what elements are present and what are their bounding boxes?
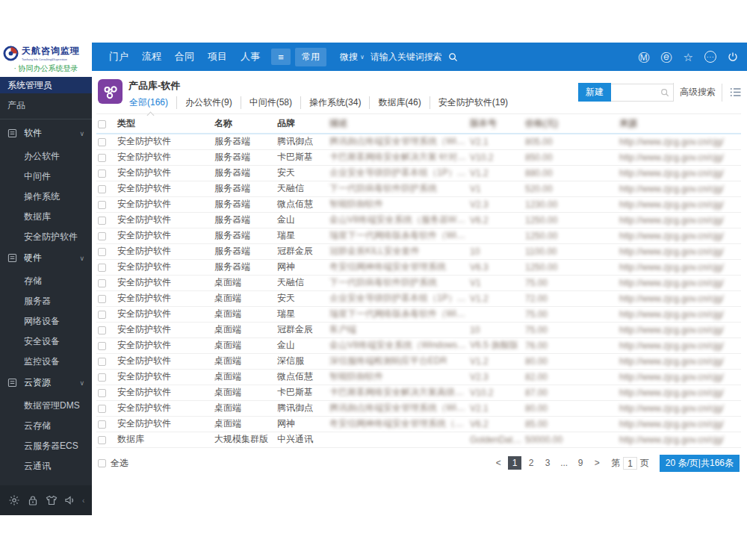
row-checkbox[interactable]	[98, 279, 106, 287]
next-page-button[interactable]: >	[590, 456, 604, 470]
row-checkbox[interactable]	[98, 169, 106, 178]
category-tab[interactable]: 办公软件(9)	[177, 96, 241, 109]
table-row[interactable]: 安全防护软件服务器端天融信下一代防病毒软件防护系统V1520.00http://…	[96, 181, 741, 196]
sidebar-item[interactable]: 云通讯	[0, 455, 92, 475]
table-row[interactable]: 安全防护软件服务器端瑞星瑞星下一代网络版杀毒软件（Windows版·服务器端）1…	[96, 228, 741, 243]
category-tab[interactable]: 安全防护软件(19)	[430, 96, 516, 109]
row-checkbox[interactable]	[98, 232, 106, 240]
category-tab[interactable]: 全部(166)	[128, 96, 177, 109]
sidebar-item[interactable]: 数据管理DMS	[0, 394, 92, 414]
row-checkbox[interactable]	[98, 342, 106, 350]
nav-item[interactable]: 流程	[142, 50, 161, 63]
prev-page-button[interactable]: <	[492, 456, 505, 470]
row-checkbox[interactable]	[98, 154, 106, 162]
sidebar-item[interactable]: 监控设备	[0, 350, 92, 370]
row-checkbox[interactable]	[98, 201, 106, 209]
search-icon[interactable]	[660, 88, 669, 97]
row-checkbox[interactable]	[98, 217, 106, 225]
sidebar-item[interactable]: 安全设备	[0, 330, 92, 350]
list-view-toggle-icon[interactable]	[730, 87, 741, 97]
sidebar-item[interactable]: 网络设备	[0, 310, 92, 330]
sidebar-item[interactable]: 存储	[0, 270, 92, 290]
row-checkbox[interactable]	[98, 138, 106, 146]
page-button[interactable]: 1	[508, 456, 521, 470]
table-row[interactable]: 安全防护软件桌面端微点佰慧智能防御软件V2.382.00http://www.z…	[96, 369, 741, 385]
page-button[interactable]: 9	[574, 456, 587, 470]
oa-login-link[interactable]: · 协同办公系统登录	[3, 63, 89, 74]
sidebar-item[interactable]: 操作系统	[0, 185, 92, 205]
row-checkbox[interactable]	[98, 248, 106, 256]
sidebar-item[interactable]: 服务器	[0, 290, 92, 310]
nav-menu-hamburger-icon[interactable]: ≡	[271, 49, 291, 65]
table-row[interactable]: 安全防护软件服务器端网神奇安信网神终端安全管理系统V6.31250.00http…	[96, 259, 741, 275]
nav-item[interactable]: 人事	[241, 50, 260, 63]
table-row[interactable]: 安全防护软件服务器端冠群金辰冠群金辰KILL安全套件101100.00http:…	[96, 243, 741, 259]
row-checkbox[interactable]	[98, 185, 106, 193]
table-row[interactable]: 安全防护软件服务器端卡巴斯基卡巴斯基网络安全解决方案 针对虚拟和云环境 CPU授…	[96, 149, 741, 165]
jump-page-input[interactable]: 1	[623, 457, 637, 470]
search-icon[interactable]	[448, 52, 458, 62]
category-tab[interactable]: 数据库(46)	[370, 96, 430, 109]
lock-icon[interactable]	[26, 494, 40, 507]
row-checkbox[interactable]	[98, 264, 106, 272]
sidebar-group-header[interactable]: 云资源∨	[0, 370, 92, 394]
row-checkbox[interactable]	[98, 295, 106, 303]
sidebar-item[interactable]: 数据库	[0, 205, 92, 225]
sidebar-item[interactable]: 中间件	[0, 165, 92, 185]
global-search-input[interactable]	[371, 52, 448, 62]
table-row[interactable]: 安全防护软件服务器端腾讯御点腾讯御点终端安全管理系统（Windows版）V2.1…	[96, 134, 741, 149]
advanced-search-button[interactable]: 高级搜索	[673, 83, 722, 102]
favorites-star-icon[interactable]: ☆	[684, 52, 693, 63]
message-e-icon[interactable]: ⓔ	[661, 52, 672, 63]
sidebar-group-header[interactable]: 软件∨	[0, 121, 92, 145]
page-button[interactable]: ...	[557, 456, 571, 470]
sidebar-item[interactable]: 云存储	[0, 414, 92, 435]
theme-shirt-icon[interactable]	[45, 494, 58, 507]
row-checkbox[interactable]	[98, 358, 106, 366]
select-all-checkbox[interactable]	[98, 120, 106, 128]
table-row[interactable]: 安全防护软件桌面端天融信下一代防病毒软件防护系统V175.00http://ww…	[96, 275, 741, 290]
sidebar-item[interactable]: 办公软件	[0, 145, 92, 165]
table-row[interactable]: 安全防护软件服务器端金山金山V8终端安全系统（服务器Windows版授权）V6.…	[96, 212, 741, 228]
table-row[interactable]: 数据库大规模集群版中兴通讯GoldenData s…50000.00http:/…	[96, 432, 741, 447]
sidebar-section-product[interactable]: 产品	[0, 93, 92, 119]
category-tab[interactable]: 中间件(58)	[241, 96, 301, 109]
sound-speaker-icon[interactable]	[63, 494, 77, 507]
table-row[interactable]: 安全防护软件桌面端安天企业安全等级防护基本组（1P）·终端防病毒V1.272.0…	[96, 290, 741, 306]
more-options-icon[interactable]: ···	[704, 51, 716, 63]
row-checkbox[interactable]	[98, 405, 106, 413]
table-row[interactable]: 安全防护软件服务器端微点佰慧智能防御软件V2.31230.00http://ww…	[96, 196, 741, 212]
table-row[interactable]: 安全防护软件桌面端腾讯御点腾讯御点终端安全管理系统（Windows版）V2.1V…	[96, 400, 741, 416]
sidebar-group-header[interactable]: 硬件∨	[0, 246, 92, 270]
table-row[interactable]: 安全防护软件桌面端卡巴斯基卡巴斯基网络安全解决方案高级版（桌面资产）KES·KL…	[96, 385, 741, 400]
row-checkbox[interactable]	[98, 389, 106, 397]
table-row[interactable]: 安全防护软件桌面端瑞星瑞星下一代网络版杀毒软件（Windows版·客户端）75.…	[96, 306, 741, 322]
table-row[interactable]: 安全防护软件桌面端网神奇安信网神终端安全管理系统（桌面版）V6.285.00ht…	[96, 416, 741, 432]
nav-item-common[interactable]: 常用	[295, 48, 326, 66]
category-tab[interactable]: 操作系统(34)	[301, 96, 370, 109]
table-row[interactable]: 安全防护软件桌面端冠群金辰客户端1075.00http://www.zjcg.g…	[96, 322, 741, 337]
row-checkbox[interactable]	[98, 373, 106, 382]
sidebar-item[interactable]: 云服务器ECS	[0, 435, 92, 455]
settings-gear-icon[interactable]	[7, 494, 21, 507]
row-checkbox[interactable]	[98, 436, 106, 444]
row-checkbox[interactable]	[98, 311, 106, 319]
table-search-input[interactable]	[611, 87, 660, 98]
table-row[interactable]: 安全防护软件桌面端深信服深信服终端检测响应平台EDRV1.280.00http:…	[96, 353, 741, 369]
row-checkbox[interactable]	[98, 420, 106, 429]
nav-item[interactable]: 合同	[175, 50, 194, 63]
nav-item[interactable]: 门户	[109, 50, 128, 63]
select-all-checkbox[interactable]	[98, 459, 106, 467]
create-new-button[interactable]: 新建	[578, 83, 611, 102]
page-button[interactable]: 3	[541, 456, 554, 470]
sidebar-collapse-icon[interactable]: ‹	[82, 497, 84, 505]
power-logout-icon[interactable]	[728, 52, 738, 62]
table-row[interactable]: 安全防护软件桌面端金山金山V8终端安全系统（Windows客户端）V6.5·旗舰…	[96, 337, 741, 353]
row-checkbox[interactable]	[98, 326, 106, 335]
m-app-icon[interactable]: Ⓜ	[639, 52, 650, 63]
wsearch-scope-dropdown[interactable]: 微搜	[340, 51, 358, 63]
nav-item[interactable]: 项目	[208, 50, 227, 63]
sidebar-item[interactable]: 安全防护软件	[0, 225, 92, 246]
table-row[interactable]: 安全防护软件服务器端安天企业安全等级防护基本组（1P）·终端防病毒套装V1.28…	[96, 165, 741, 181]
page-button[interactable]: 2	[524, 456, 538, 470]
